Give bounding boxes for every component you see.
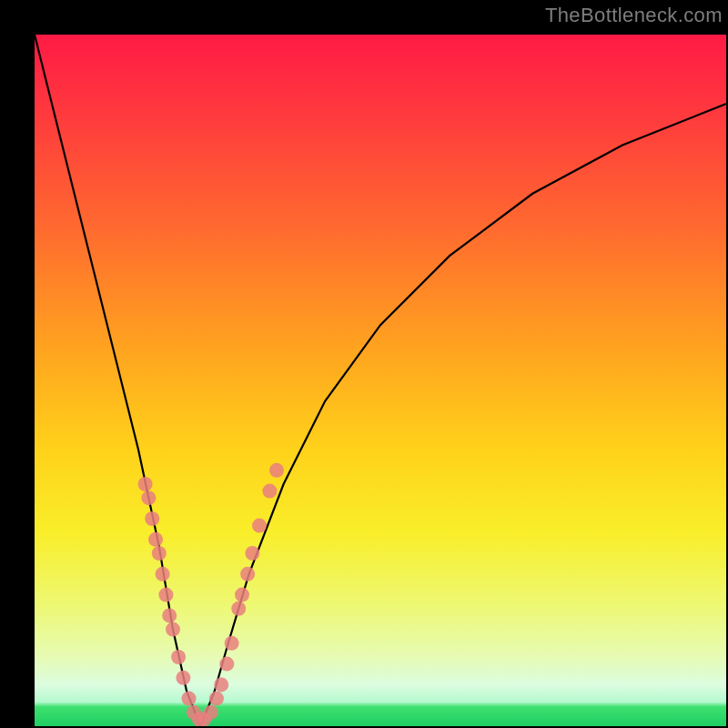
chart-frame: TheBottleneck.com [0,0,728,728]
sample-point [209,692,224,706]
sample-point [235,588,249,602]
sample-point [240,567,255,581]
watermark-text: TheBottleneck.com [545,4,723,27]
plot-area [35,35,726,726]
sample-point [145,511,159,526]
sample-point [269,463,284,478]
sample-point [176,671,190,685]
sample-point [162,608,177,622]
sample-point [141,490,156,505]
sample-point [252,519,267,533]
sample-point [156,567,170,581]
sample-point [262,484,277,499]
chart-svg [35,35,726,726]
sample-point [225,636,239,651]
sample-point [219,657,234,672]
sample-point [182,692,197,706]
sample-point [231,602,246,616]
sample-point [152,546,167,561]
sample-point [245,546,259,561]
sample-points [138,463,284,726]
sample-point [138,477,153,491]
sample-point [171,650,186,664]
sample-point [166,622,180,637]
sample-point [204,705,218,720]
bottleneck-curve [35,35,726,726]
sample-point [158,588,173,602]
sample-point [214,677,228,692]
sample-point [148,532,163,547]
